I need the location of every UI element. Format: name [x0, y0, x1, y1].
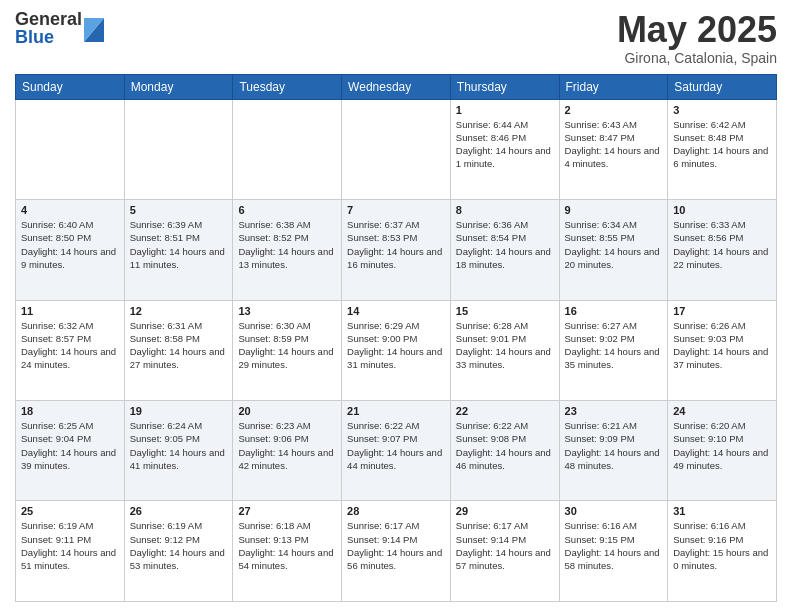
table-row: 5Sunrise: 6:39 AMSunset: 8:51 PMDaylight…	[124, 200, 233, 300]
col-thursday: Thursday	[450, 74, 559, 99]
table-row: 6Sunrise: 6:38 AMSunset: 8:52 PMDaylight…	[233, 200, 342, 300]
table-row: 1Sunrise: 6:44 AMSunset: 8:46 PMDaylight…	[450, 99, 559, 199]
table-row: 15Sunrise: 6:28 AMSunset: 9:01 PMDayligh…	[450, 300, 559, 400]
table-row: 16Sunrise: 6:27 AMSunset: 9:02 PMDayligh…	[559, 300, 668, 400]
table-row: 17Sunrise: 6:26 AMSunset: 9:03 PMDayligh…	[668, 300, 777, 400]
day-info: Sunrise: 6:16 AMSunset: 9:16 PMDaylight:…	[673, 519, 771, 572]
day-info: Sunrise: 6:22 AMSunset: 9:08 PMDaylight:…	[456, 419, 554, 472]
col-wednesday: Wednesday	[342, 74, 451, 99]
table-row: 8Sunrise: 6:36 AMSunset: 8:54 PMDaylight…	[450, 200, 559, 300]
logo-text: General Blue	[15, 10, 82, 46]
header: General Blue May 2025 Girona, Catalonia,…	[15, 10, 777, 66]
day-number: 16	[565, 305, 663, 317]
header-row: Sunday Monday Tuesday Wednesday Thursday…	[16, 74, 777, 99]
day-number: 24	[673, 405, 771, 417]
table-row: 9Sunrise: 6:34 AMSunset: 8:55 PMDaylight…	[559, 200, 668, 300]
table-row: 29Sunrise: 6:17 AMSunset: 9:14 PMDayligh…	[450, 501, 559, 602]
day-number: 7	[347, 204, 445, 216]
page: General Blue May 2025 Girona, Catalonia,…	[0, 0, 792, 612]
title-area: May 2025 Girona, Catalonia, Spain	[617, 10, 777, 66]
table-row: 11Sunrise: 6:32 AMSunset: 8:57 PMDayligh…	[16, 300, 125, 400]
table-row	[342, 99, 451, 199]
day-number: 8	[456, 204, 554, 216]
table-row: 21Sunrise: 6:22 AMSunset: 9:07 PMDayligh…	[342, 401, 451, 501]
day-info: Sunrise: 6:18 AMSunset: 9:13 PMDaylight:…	[238, 519, 336, 572]
table-row: 19Sunrise: 6:24 AMSunset: 9:05 PMDayligh…	[124, 401, 233, 501]
day-number: 15	[456, 305, 554, 317]
day-info: Sunrise: 6:43 AMSunset: 8:47 PMDaylight:…	[565, 118, 663, 171]
col-friday: Friday	[559, 74, 668, 99]
day-info: Sunrise: 6:19 AMSunset: 9:12 PMDaylight:…	[130, 519, 228, 572]
calendar-week-1: 1Sunrise: 6:44 AMSunset: 8:46 PMDaylight…	[16, 99, 777, 199]
day-info: Sunrise: 6:39 AMSunset: 8:51 PMDaylight:…	[130, 218, 228, 271]
day-info: Sunrise: 6:19 AMSunset: 9:11 PMDaylight:…	[21, 519, 119, 572]
col-sunday: Sunday	[16, 74, 125, 99]
day-info: Sunrise: 6:44 AMSunset: 8:46 PMDaylight:…	[456, 118, 554, 171]
col-monday: Monday	[124, 74, 233, 99]
day-number: 17	[673, 305, 771, 317]
day-number: 9	[565, 204, 663, 216]
day-info: Sunrise: 6:28 AMSunset: 9:01 PMDaylight:…	[456, 319, 554, 372]
table-row	[124, 99, 233, 199]
day-number: 6	[238, 204, 336, 216]
logo: General Blue	[15, 10, 104, 46]
day-info: Sunrise: 6:32 AMSunset: 8:57 PMDaylight:…	[21, 319, 119, 372]
table-row: 26Sunrise: 6:19 AMSunset: 9:12 PMDayligh…	[124, 501, 233, 602]
table-row: 25Sunrise: 6:19 AMSunset: 9:11 PMDayligh…	[16, 501, 125, 602]
day-number: 26	[130, 505, 228, 517]
day-number: 11	[21, 305, 119, 317]
day-number: 3	[673, 104, 771, 116]
day-info: Sunrise: 6:25 AMSunset: 9:04 PMDaylight:…	[21, 419, 119, 472]
calendar-week-5: 25Sunrise: 6:19 AMSunset: 9:11 PMDayligh…	[16, 501, 777, 602]
day-number: 4	[21, 204, 119, 216]
day-info: Sunrise: 6:30 AMSunset: 8:59 PMDaylight:…	[238, 319, 336, 372]
day-number: 20	[238, 405, 336, 417]
table-row: 2Sunrise: 6:43 AMSunset: 8:47 PMDaylight…	[559, 99, 668, 199]
table-row: 28Sunrise: 6:17 AMSunset: 9:14 PMDayligh…	[342, 501, 451, 602]
table-row: 22Sunrise: 6:22 AMSunset: 9:08 PMDayligh…	[450, 401, 559, 501]
table-row: 12Sunrise: 6:31 AMSunset: 8:58 PMDayligh…	[124, 300, 233, 400]
day-info: Sunrise: 6:34 AMSunset: 8:55 PMDaylight:…	[565, 218, 663, 271]
day-info: Sunrise: 6:16 AMSunset: 9:15 PMDaylight:…	[565, 519, 663, 572]
day-number: 10	[673, 204, 771, 216]
day-info: Sunrise: 6:20 AMSunset: 9:10 PMDaylight:…	[673, 419, 771, 472]
day-info: Sunrise: 6:26 AMSunset: 9:03 PMDaylight:…	[673, 319, 771, 372]
table-row: 3Sunrise: 6:42 AMSunset: 8:48 PMDaylight…	[668, 99, 777, 199]
day-number: 25	[21, 505, 119, 517]
table-row	[233, 99, 342, 199]
day-info: Sunrise: 6:22 AMSunset: 9:07 PMDaylight:…	[347, 419, 445, 472]
table-row: 20Sunrise: 6:23 AMSunset: 9:06 PMDayligh…	[233, 401, 342, 501]
day-info: Sunrise: 6:29 AMSunset: 9:00 PMDaylight:…	[347, 319, 445, 372]
day-number: 30	[565, 505, 663, 517]
day-info: Sunrise: 6:31 AMSunset: 8:58 PMDaylight:…	[130, 319, 228, 372]
day-info: Sunrise: 6:17 AMSunset: 9:14 PMDaylight:…	[456, 519, 554, 572]
location: Girona, Catalonia, Spain	[617, 50, 777, 66]
day-info: Sunrise: 6:33 AMSunset: 8:56 PMDaylight:…	[673, 218, 771, 271]
table-row: 24Sunrise: 6:20 AMSunset: 9:10 PMDayligh…	[668, 401, 777, 501]
day-number: 28	[347, 505, 445, 517]
calendar-table: Sunday Monday Tuesday Wednesday Thursday…	[15, 74, 777, 602]
day-number: 27	[238, 505, 336, 517]
day-info: Sunrise: 6:38 AMSunset: 8:52 PMDaylight:…	[238, 218, 336, 271]
table-row: 13Sunrise: 6:30 AMSunset: 8:59 PMDayligh…	[233, 300, 342, 400]
table-row: 30Sunrise: 6:16 AMSunset: 9:15 PMDayligh…	[559, 501, 668, 602]
day-number: 13	[238, 305, 336, 317]
day-number: 1	[456, 104, 554, 116]
day-info: Sunrise: 6:42 AMSunset: 8:48 PMDaylight:…	[673, 118, 771, 171]
day-number: 23	[565, 405, 663, 417]
day-number: 5	[130, 204, 228, 216]
day-number: 2	[565, 104, 663, 116]
day-number: 29	[456, 505, 554, 517]
table-row: 4Sunrise: 6:40 AMSunset: 8:50 PMDaylight…	[16, 200, 125, 300]
day-number: 12	[130, 305, 228, 317]
day-info: Sunrise: 6:23 AMSunset: 9:06 PMDaylight:…	[238, 419, 336, 472]
day-number: 31	[673, 505, 771, 517]
month-title: May 2025	[617, 10, 777, 50]
day-info: Sunrise: 6:37 AMSunset: 8:53 PMDaylight:…	[347, 218, 445, 271]
table-row: 14Sunrise: 6:29 AMSunset: 9:00 PMDayligh…	[342, 300, 451, 400]
day-info: Sunrise: 6:24 AMSunset: 9:05 PMDaylight:…	[130, 419, 228, 472]
day-info: Sunrise: 6:21 AMSunset: 9:09 PMDaylight:…	[565, 419, 663, 472]
table-row: 10Sunrise: 6:33 AMSunset: 8:56 PMDayligh…	[668, 200, 777, 300]
day-number: 18	[21, 405, 119, 417]
day-number: 21	[347, 405, 445, 417]
